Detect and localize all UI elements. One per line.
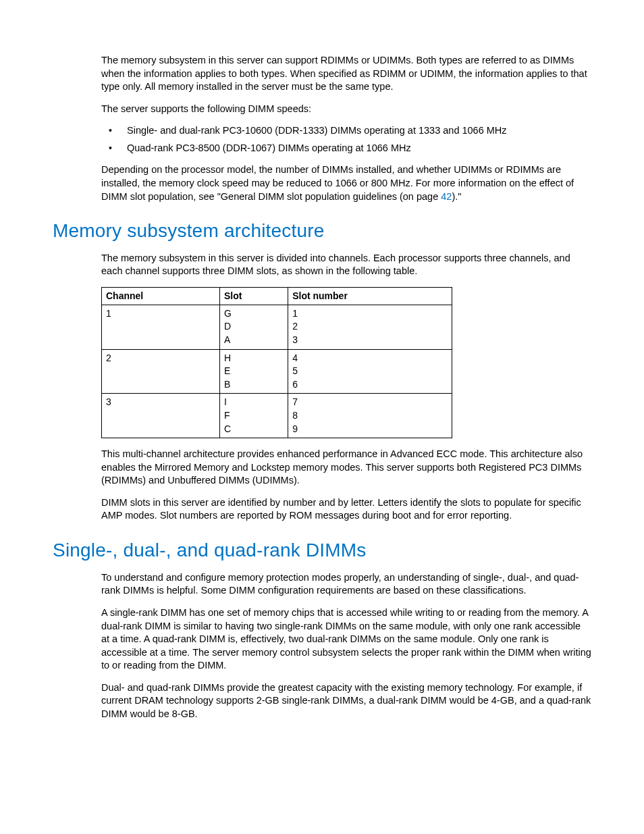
intro-block: The memory subsystem in this server can … bbox=[101, 54, 591, 203]
table-row: 1GDA123 bbox=[102, 305, 452, 349]
table-row: 3IFC789 bbox=[102, 394, 452, 438]
page-link[interactable]: 42 bbox=[441, 191, 452, 202]
table-row: 2HEB456 bbox=[102, 349, 452, 394]
cell-slotnum: 456 bbox=[288, 349, 452, 394]
intro-p2: The server supports the following DIMM s… bbox=[101, 103, 591, 116]
channel-table: Channel Slot Slot number 1GDA1232HEB4563… bbox=[101, 287, 452, 438]
sec1-p1: The memory subsystem in this server is d… bbox=[101, 252, 591, 278]
text: )." bbox=[452, 191, 461, 202]
sec2-p1: To understand and configure memory prote… bbox=[101, 571, 591, 598]
sec1-p3: DIMM slots in this server are identified… bbox=[101, 496, 591, 523]
text: Depending on the processor model, the nu… bbox=[101, 164, 574, 201]
sec2-block: To understand and configure memory prote… bbox=[101, 571, 591, 721]
col-slot: Slot bbox=[220, 287, 288, 305]
sec2-p3: Dual- and quad-rank DIMMs provide the gr… bbox=[101, 681, 591, 721]
cell-channel: 1 bbox=[102, 305, 220, 349]
heading-memory-arch: Memory subsystem architecture bbox=[53, 218, 591, 244]
list-item: Quad-rank PC3-8500 (DDR-1067) DIMMs oper… bbox=[101, 142, 591, 155]
cell-slot: HEB bbox=[220, 349, 288, 394]
sec1-block: The memory subsystem in this server is d… bbox=[101, 252, 591, 523]
cell-slot: GDA bbox=[220, 305, 288, 349]
col-channel: Channel bbox=[102, 287, 220, 305]
cell-channel: 2 bbox=[102, 349, 220, 394]
col-slotnum: Slot number bbox=[288, 287, 452, 305]
cell-slot: IFC bbox=[220, 394, 288, 438]
speed-list: Single- and dual-rank PC3-10600 (DDR-133… bbox=[101, 124, 591, 155]
sec1-p2: This multi-channel architecture provides… bbox=[101, 448, 591, 488]
sec2-p2: A single-rank DIMM has one set of memory… bbox=[101, 606, 591, 673]
intro-p3: Depending on the processor model, the nu… bbox=[101, 163, 591, 203]
table-header-row: Channel Slot Slot number bbox=[102, 287, 452, 305]
cell-channel: 3 bbox=[102, 394, 220, 438]
list-item: Single- and dual-rank PC3-10600 (DDR-133… bbox=[101, 124, 591, 138]
cell-slotnum: 789 bbox=[288, 394, 452, 438]
intro-p1: The memory subsystem in this server can … bbox=[101, 54, 591, 94]
heading-rank-dimms: Single-, dual-, and quad-rank DIMMs bbox=[53, 538, 591, 563]
cell-slotnum: 123 bbox=[288, 305, 452, 349]
